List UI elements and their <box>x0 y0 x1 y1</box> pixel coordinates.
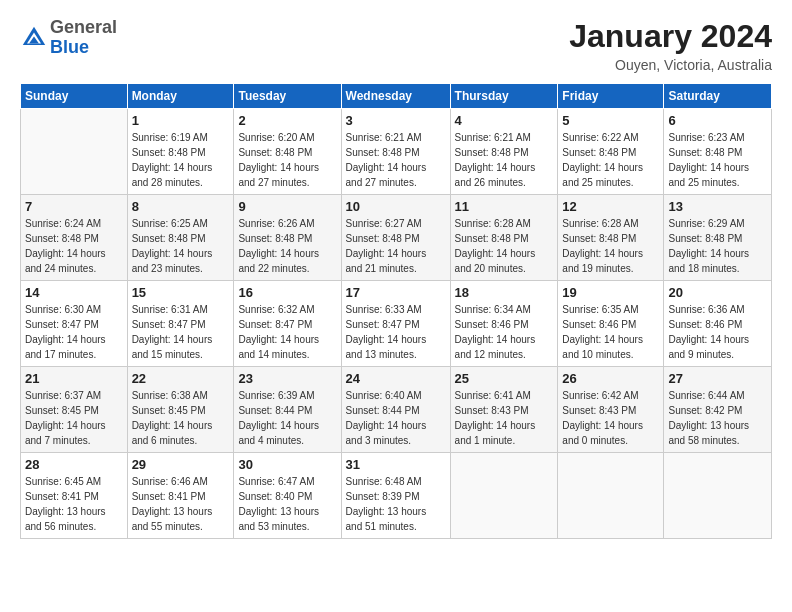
calendar-week-row: 14Sunrise: 6:30 AM Sunset: 8:47 PM Dayli… <box>21 281 772 367</box>
calendar-table: SundayMondayTuesdayWednesdayThursdayFrid… <box>20 83 772 539</box>
day-info: Sunrise: 6:46 AM Sunset: 8:41 PM Dayligh… <box>132 474 230 534</box>
calendar-cell: 11Sunrise: 6:28 AM Sunset: 8:48 PM Dayli… <box>450 195 558 281</box>
day-number: 26 <box>562 371 659 386</box>
calendar-cell: 10Sunrise: 6:27 AM Sunset: 8:48 PM Dayli… <box>341 195 450 281</box>
day-info: Sunrise: 6:28 AM Sunset: 8:48 PM Dayligh… <box>455 216 554 276</box>
day-number: 27 <box>668 371 767 386</box>
day-number: 30 <box>238 457 336 472</box>
calendar-cell: 29Sunrise: 6:46 AM Sunset: 8:41 PM Dayli… <box>127 453 234 539</box>
day-info: Sunrise: 6:24 AM Sunset: 8:48 PM Dayligh… <box>25 216 123 276</box>
header-day: Sunday <box>21 84 128 109</box>
day-info: Sunrise: 6:21 AM Sunset: 8:48 PM Dayligh… <box>346 130 446 190</box>
day-info: Sunrise: 6:33 AM Sunset: 8:47 PM Dayligh… <box>346 302 446 362</box>
calendar-cell: 4Sunrise: 6:21 AM Sunset: 8:48 PM Daylig… <box>450 109 558 195</box>
calendar-cell: 27Sunrise: 6:44 AM Sunset: 8:42 PM Dayli… <box>664 367 772 453</box>
day-number: 1 <box>132 113 230 128</box>
day-info: Sunrise: 6:42 AM Sunset: 8:43 PM Dayligh… <box>562 388 659 448</box>
calendar-cell: 25Sunrise: 6:41 AM Sunset: 8:43 PM Dayli… <box>450 367 558 453</box>
calendar-cell: 17Sunrise: 6:33 AM Sunset: 8:47 PM Dayli… <box>341 281 450 367</box>
day-number: 13 <box>668 199 767 214</box>
calendar-cell: 12Sunrise: 6:28 AM Sunset: 8:48 PM Dayli… <box>558 195 664 281</box>
day-info: Sunrise: 6:36 AM Sunset: 8:46 PM Dayligh… <box>668 302 767 362</box>
day-number: 28 <box>25 457 123 472</box>
day-number: 18 <box>455 285 554 300</box>
calendar-cell: 6Sunrise: 6:23 AM Sunset: 8:48 PM Daylig… <box>664 109 772 195</box>
day-number: 8 <box>132 199 230 214</box>
day-number: 5 <box>562 113 659 128</box>
calendar-cell: 2Sunrise: 6:20 AM Sunset: 8:48 PM Daylig… <box>234 109 341 195</box>
calendar-cell: 31Sunrise: 6:48 AM Sunset: 8:39 PM Dayli… <box>341 453 450 539</box>
day-info: Sunrise: 6:28 AM Sunset: 8:48 PM Dayligh… <box>562 216 659 276</box>
header-day: Wednesday <box>341 84 450 109</box>
day-info: Sunrise: 6:38 AM Sunset: 8:45 PM Dayligh… <box>132 388 230 448</box>
day-info: Sunrise: 6:30 AM Sunset: 8:47 PM Dayligh… <box>25 302 123 362</box>
calendar-cell: 13Sunrise: 6:29 AM Sunset: 8:48 PM Dayli… <box>664 195 772 281</box>
calendar-cell: 7Sunrise: 6:24 AM Sunset: 8:48 PM Daylig… <box>21 195 128 281</box>
day-info: Sunrise: 6:35 AM Sunset: 8:46 PM Dayligh… <box>562 302 659 362</box>
header: General Blue January 2024 Ouyen, Victori… <box>20 18 772 73</box>
calendar-cell: 26Sunrise: 6:42 AM Sunset: 8:43 PM Dayli… <box>558 367 664 453</box>
day-number: 14 <box>25 285 123 300</box>
calendar-cell <box>558 453 664 539</box>
calendar-cell <box>21 109 128 195</box>
day-info: Sunrise: 6:27 AM Sunset: 8:48 PM Dayligh… <box>346 216 446 276</box>
calendar-cell: 21Sunrise: 6:37 AM Sunset: 8:45 PM Dayli… <box>21 367 128 453</box>
day-info: Sunrise: 6:37 AM Sunset: 8:45 PM Dayligh… <box>25 388 123 448</box>
day-number: 22 <box>132 371 230 386</box>
calendar-cell: 22Sunrise: 6:38 AM Sunset: 8:45 PM Dayli… <box>127 367 234 453</box>
calendar-cell: 9Sunrise: 6:26 AM Sunset: 8:48 PM Daylig… <box>234 195 341 281</box>
title-block: January 2024 Ouyen, Victoria, Australia <box>569 18 772 73</box>
calendar-cell <box>450 453 558 539</box>
calendar-cell: 28Sunrise: 6:45 AM Sunset: 8:41 PM Dayli… <box>21 453 128 539</box>
logo-icon <box>20 24 48 52</box>
calendar-cell: 15Sunrise: 6:31 AM Sunset: 8:47 PM Dayli… <box>127 281 234 367</box>
header-day: Monday <box>127 84 234 109</box>
header-day: Thursday <box>450 84 558 109</box>
header-row: SundayMondayTuesdayWednesdayThursdayFrid… <box>21 84 772 109</box>
day-info: Sunrise: 6:25 AM Sunset: 8:48 PM Dayligh… <box>132 216 230 276</box>
day-number: 29 <box>132 457 230 472</box>
day-number: 10 <box>346 199 446 214</box>
day-info: Sunrise: 6:29 AM Sunset: 8:48 PM Dayligh… <box>668 216 767 276</box>
calendar-week-row: 7Sunrise: 6:24 AM Sunset: 8:48 PM Daylig… <box>21 195 772 281</box>
logo-general: General <box>50 17 117 37</box>
day-info: Sunrise: 6:48 AM Sunset: 8:39 PM Dayligh… <box>346 474 446 534</box>
calendar-cell: 5Sunrise: 6:22 AM Sunset: 8:48 PM Daylig… <box>558 109 664 195</box>
day-info: Sunrise: 6:19 AM Sunset: 8:48 PM Dayligh… <box>132 130 230 190</box>
day-number: 3 <box>346 113 446 128</box>
day-info: Sunrise: 6:32 AM Sunset: 8:47 PM Dayligh… <box>238 302 336 362</box>
logo-text: General Blue <box>50 18 117 58</box>
day-number: 24 <box>346 371 446 386</box>
day-number: 31 <box>346 457 446 472</box>
day-info: Sunrise: 6:47 AM Sunset: 8:40 PM Dayligh… <box>238 474 336 534</box>
month-title: January 2024 <box>569 18 772 55</box>
calendar-cell: 30Sunrise: 6:47 AM Sunset: 8:40 PM Dayli… <box>234 453 341 539</box>
header-day: Saturday <box>664 84 772 109</box>
day-info: Sunrise: 6:20 AM Sunset: 8:48 PM Dayligh… <box>238 130 336 190</box>
day-number: 16 <box>238 285 336 300</box>
day-info: Sunrise: 6:21 AM Sunset: 8:48 PM Dayligh… <box>455 130 554 190</box>
calendar-cell: 8Sunrise: 6:25 AM Sunset: 8:48 PM Daylig… <box>127 195 234 281</box>
calendar-cell: 23Sunrise: 6:39 AM Sunset: 8:44 PM Dayli… <box>234 367 341 453</box>
day-number: 19 <box>562 285 659 300</box>
day-number: 20 <box>668 285 767 300</box>
logo: General Blue <box>20 18 117 58</box>
day-number: 6 <box>668 113 767 128</box>
calendar-cell: 20Sunrise: 6:36 AM Sunset: 8:46 PM Dayli… <box>664 281 772 367</box>
calendar-container: General Blue January 2024 Ouyen, Victori… <box>0 0 792 549</box>
calendar-week-row: 28Sunrise: 6:45 AM Sunset: 8:41 PM Dayli… <box>21 453 772 539</box>
day-number: 7 <box>25 199 123 214</box>
calendar-cell: 24Sunrise: 6:40 AM Sunset: 8:44 PM Dayli… <box>341 367 450 453</box>
day-info: Sunrise: 6:44 AM Sunset: 8:42 PM Dayligh… <box>668 388 767 448</box>
day-number: 21 <box>25 371 123 386</box>
calendar-week-row: 1Sunrise: 6:19 AM Sunset: 8:48 PM Daylig… <box>21 109 772 195</box>
day-number: 15 <box>132 285 230 300</box>
logo-blue: Blue <box>50 37 89 57</box>
calendar-cell: 14Sunrise: 6:30 AM Sunset: 8:47 PM Dayli… <box>21 281 128 367</box>
day-number: 9 <box>238 199 336 214</box>
day-info: Sunrise: 6:22 AM Sunset: 8:48 PM Dayligh… <box>562 130 659 190</box>
calendar-cell: 19Sunrise: 6:35 AM Sunset: 8:46 PM Dayli… <box>558 281 664 367</box>
day-info: Sunrise: 6:31 AM Sunset: 8:47 PM Dayligh… <box>132 302 230 362</box>
day-info: Sunrise: 6:41 AM Sunset: 8:43 PM Dayligh… <box>455 388 554 448</box>
calendar-week-row: 21Sunrise: 6:37 AM Sunset: 8:45 PM Dayli… <box>21 367 772 453</box>
